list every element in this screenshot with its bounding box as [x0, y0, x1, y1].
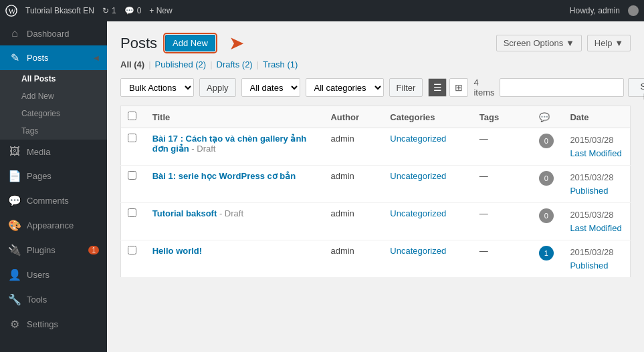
- updates-item[interactable]: ↻ 1: [102, 6, 116, 15]
- submenu-all-posts[interactable]: All Posts: [0, 70, 107, 87]
- header-author: Author: [324, 106, 383, 128]
- screen-options-arrow-icon: ▼: [566, 38, 574, 48]
- row-checkbox[interactable]: [128, 208, 136, 217]
- comments-icon: 💬: [124, 6, 134, 15]
- row-tags-4: —: [473, 240, 532, 278]
- category-link-2[interactable]: Uncategorized: [390, 171, 446, 181]
- posts-submenu: All Posts Add New Categories Tags: [0, 70, 107, 140]
- post-title-link-4[interactable]: Hello world!: [152, 246, 202, 256]
- site-name[interactable]: Tutorial Bkasoft EN: [25, 6, 94, 15]
- top-controls: Posts Add New ➤ Screen Options ▼ Help ▼: [120, 32, 631, 54]
- post-title-link-2[interactable]: Bài 1: serie học WordPress cơ bản: [152, 171, 296, 181]
- search-input[interactable]: [500, 78, 624, 97]
- header-tags: Tags: [473, 106, 532, 128]
- subnav-drafts[interactable]: Drafts (2): [217, 59, 253, 69]
- row-author-2: admin: [324, 166, 383, 203]
- pages-icon: 📄: [8, 170, 21, 182]
- search-posts-button[interactable]: Search Posts: [628, 78, 644, 97]
- row-comments-4: 1: [532, 240, 564, 278]
- add-new-button[interactable]: Add New: [165, 35, 215, 51]
- comment-count-1: 0: [539, 134, 554, 148]
- dates-select[interactable]: All dates: [241, 78, 300, 97]
- categories-select[interactable]: All categories: [306, 78, 384, 97]
- sidebar-item-dashboard[interactable]: ⌂ Dashboard: [0, 21, 107, 45]
- subnav-trash[interactable]: Trash (1): [263, 59, 298, 69]
- comment-bubble-icon: 💬: [539, 112, 550, 122]
- date-status-3: Last Modified: [570, 223, 621, 233]
- header-comments: 💬: [532, 106, 564, 128]
- subnav-all[interactable]: All (4): [120, 59, 144, 69]
- sidebar-item-posts[interactable]: ✎ Posts ◀: [0, 45, 107, 70]
- draft-label-1: - Draft: [191, 144, 215, 154]
- help-button[interactable]: Help ▼: [587, 35, 631, 51]
- category-link-4[interactable]: Uncategorized: [390, 246, 446, 256]
- row-comments-1: 0: [532, 128, 564, 166]
- svg-text:W: W: [9, 7, 17, 16]
- updates-icon: ↻: [102, 6, 109, 15]
- posts-icon: ✎: [8, 51, 21, 64]
- new-content-item[interactable]: + New: [149, 6, 172, 15]
- subnav-published[interactable]: Published (2): [155, 59, 207, 69]
- date-status-4: Published: [570, 260, 608, 271]
- subnav-drafts-link[interactable]: Drafts (2): [217, 59, 253, 69]
- appearance-icon: 🎨: [8, 219, 21, 232]
- category-link-1[interactable]: Uncategorized: [390, 134, 446, 144]
- row-checkbox[interactable]: [128, 171, 136, 180]
- row-categories-1: Uncategorized: [383, 128, 472, 166]
- filter-button[interactable]: Filter: [389, 78, 423, 97]
- post-title-link-3[interactable]: Tutorial baksoft: [152, 208, 217, 218]
- select-all-checkbox[interactable]: [128, 112, 136, 120]
- main-content: Posts Add New ➤ Screen Options ▼ Help ▼ …: [107, 21, 644, 352]
- bulk-actions-select[interactable]: Bulk Actions: [120, 78, 194, 97]
- submenu-add-new[interactable]: Add New: [0, 87, 107, 105]
- row-checkbox[interactable]: [128, 246, 136, 254]
- row-tags-3: —: [473, 203, 532, 240]
- howdy-label: Howdy, admin: [570, 6, 620, 15]
- category-link-3[interactable]: Uncategorized: [390, 208, 446, 218]
- sidebar-item-media[interactable]: 🖼 Media: [0, 140, 107, 164]
- tools-icon: 🔧: [8, 293, 21, 306]
- row-title-3: Tutorial baksoft - Draft: [146, 203, 324, 240]
- list-view-icon[interactable]: ☰: [428, 78, 447, 97]
- help-arrow-icon: ▼: [615, 38, 623, 48]
- apply-button[interactable]: Apply: [199, 78, 236, 97]
- plugins-badge: 1: [88, 246, 99, 254]
- grid-view-icon[interactable]: ⊞: [449, 78, 468, 97]
- table-row: Bài 1: serie học WordPress cơ bản admin …: [121, 166, 631, 203]
- wp-logo[interactable]: W: [5, 5, 17, 17]
- subnav-published-link[interactable]: Published (2): [155, 59, 207, 69]
- sidebar-item-settings[interactable]: ⚙ Settings: [0, 312, 107, 337]
- date-status-1: Last Modified: [570, 148, 621, 158]
- row-categories-4: Uncategorized: [383, 240, 472, 278]
- sidebar-item-plugins[interactable]: 🔌 Plugins 1: [0, 238, 107, 262]
- page-title: Posts: [120, 35, 157, 52]
- comments-sidebar-icon: 💬: [8, 194, 21, 207]
- comment-count-4: 1: [539, 246, 554, 260]
- row-title-1: Bài 17 : Cách tạo và chèn gallery ảnh đơ…: [146, 128, 324, 166]
- header-checkbox: [121, 106, 146, 128]
- sidebar-item-appearance[interactable]: 🎨 Appearance: [0, 213, 107, 238]
- items-count: 4 items: [473, 77, 494, 98]
- submenu-categories[interactable]: Categories: [0, 105, 107, 122]
- screen-options-button[interactable]: Screen Options ▼: [496, 35, 582, 51]
- row-author-4: admin: [324, 240, 383, 278]
- row-date-4: 2015/03/28Published: [563, 240, 630, 278]
- settings-icon: ⚙: [8, 318, 21, 331]
- subnav-trash-link[interactable]: Trash (1): [263, 59, 298, 69]
- comments-item[interactable]: 💬 0: [124, 6, 142, 15]
- sidebar-item-pages[interactable]: 📄 Pages: [0, 164, 107, 188]
- dashboard-icon: ⌂: [8, 27, 21, 39]
- posts-arrow-icon: ◀: [94, 54, 99, 61]
- row-author-1: admin: [324, 128, 383, 166]
- sidebar-item-comments[interactable]: 💬 Comments: [0, 188, 107, 213]
- table-row: Hello world! admin Uncategorized — 1 201…: [121, 240, 631, 278]
- filters-right: ☰ ⊞ 4 items Search Posts: [428, 77, 644, 98]
- sidebar-item-tools[interactable]: 🔧 Tools: [0, 287, 107, 312]
- sidebar-item-users[interactable]: 👤 Users: [0, 262, 107, 287]
- row-title-2: Bài 1: serie học WordPress cơ bản: [146, 166, 324, 203]
- table-row: Bài 17 : Cách tạo và chèn gallery ảnh đơ…: [121, 128, 631, 166]
- subnav-all-link[interactable]: All (4): [120, 59, 144, 69]
- row-checkbox[interactable]: [128, 134, 136, 142]
- post-title-link-1[interactable]: Bài 17 : Cách tạo và chèn gallery ảnh đơ…: [152, 134, 307, 154]
- submenu-tags[interactable]: Tags: [0, 122, 107, 140]
